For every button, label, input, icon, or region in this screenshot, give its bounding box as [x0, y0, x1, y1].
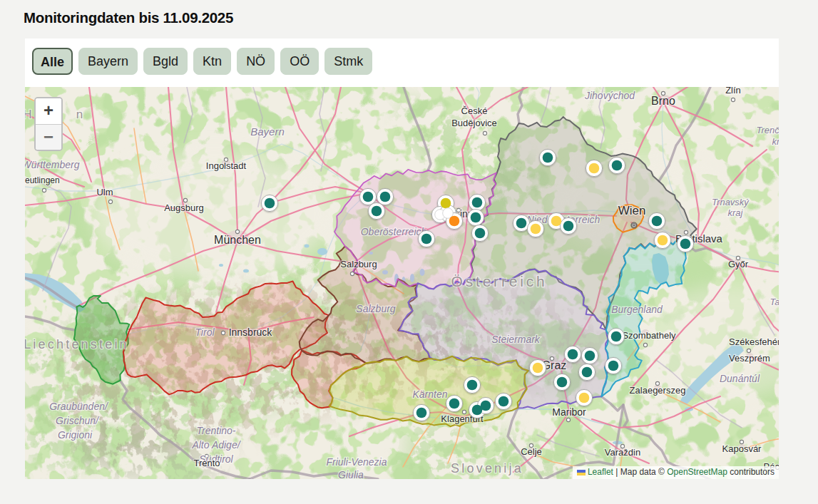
- svg-text:Liechtenstein: Liechtenstein: [25, 337, 129, 351]
- svg-text:Trento: Trento: [193, 458, 220, 468]
- svg-text:Szombathely: Szombathely: [622, 330, 676, 341]
- svg-text:Zalaegerszeg: Zalaegerszeg: [630, 385, 686, 396]
- svg-text:Ulm: Ulm: [96, 187, 113, 197]
- svg-text:Württemberg: Württemberg: [25, 159, 80, 170]
- svg-text:Österreich: Österreich: [451, 273, 548, 289]
- svg-text:Győr: Győr: [728, 259, 749, 269]
- svg-text:Kärnten: Kärnten: [412, 389, 447, 400]
- svg-text:Oberösterreich: Oberösterreich: [361, 226, 427, 237]
- svg-text:Maribor: Maribor: [552, 406, 586, 418]
- svg-text:Zlín: Zlín: [725, 87, 741, 96]
- svg-text:Grigioni: Grigioni: [58, 429, 93, 441]
- svg-text:Grischun/: Grischun/: [56, 415, 100, 426]
- svg-text:Trnavský: Trnavský: [712, 197, 750, 207]
- svg-text:Jihovýchod: Jihovýchod: [584, 90, 635, 101]
- svg-text:Trenčiansky: Trenčiansky: [756, 125, 779, 135]
- svg-text:Salzburg: Salzburg: [356, 303, 395, 314]
- svg-text:Tirol: Tirol: [195, 326, 215, 338]
- svg-text:Augsburg: Augsburg: [164, 202, 204, 213]
- svg-text:Salzburg: Salzburg: [340, 259, 377, 269]
- svg-text:Székesfehérvár: Székesfehérvár: [729, 336, 779, 347]
- svg-text:Slovenija: Slovenija: [451, 461, 523, 475]
- svg-text:H: H: [25, 108, 34, 121]
- svg-text:Burgenland: Burgenland: [611, 304, 663, 315]
- svg-text:Trentino-: Trentino-: [197, 425, 236, 436]
- svg-text:kraj: kraj: [772, 136, 779, 147]
- svg-text:Graubünden/: Graubünden/: [49, 401, 109, 412]
- svg-text:Friuli-Venezia: Friuli-Venezia: [326, 456, 387, 468]
- svg-text:Veszprém: Veszprém: [729, 353, 770, 364]
- svg-text:Tab: Tab: [770, 297, 779, 307]
- svg-text:Innsbruck: Innsbruck: [229, 326, 273, 338]
- svg-text:Ingolstadt: Ingolstadt: [206, 160, 247, 171]
- svg-text:Giulia: Giulia: [338, 469, 364, 479]
- svg-text:Kaposvár: Kaposvár: [722, 443, 762, 454]
- svg-text:Bayern: Bayern: [250, 125, 285, 138]
- svg-text:Dunántúl: Dunántúl: [720, 373, 760, 384]
- svg-text:České: České: [461, 106, 488, 116]
- svg-text:Brno: Brno: [651, 95, 675, 107]
- svg-text:kraj: kraj: [728, 207, 744, 218]
- svg-text:Budějovice: Budějovice: [451, 118, 497, 128]
- svg-text:München: München: [214, 234, 261, 246]
- svg-text:n: n: [76, 108, 86, 121]
- svg-text:Steiermark: Steiermark: [491, 334, 541, 345]
- svg-text:Varaždin: Varaždin: [605, 447, 640, 458]
- svg-text:Celje: Celje: [521, 446, 542, 457]
- svg-text:Alto Adige/: Alto Adige/: [191, 439, 241, 451]
- svg-text:Reutlingen: Reutlingen: [25, 175, 60, 185]
- svg-text:Wien: Wien: [618, 204, 646, 217]
